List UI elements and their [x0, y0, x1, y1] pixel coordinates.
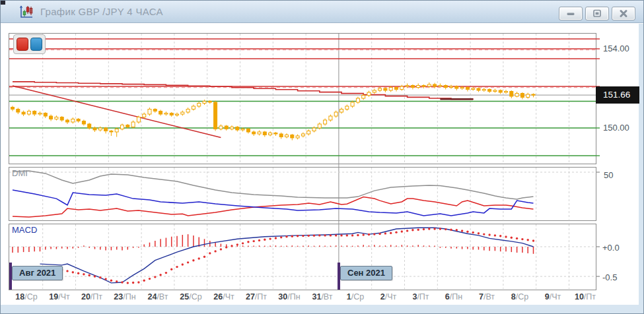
date-label: 30/Пн: [278, 292, 300, 301]
date-label: 20/Пт: [81, 292, 102, 301]
macd-axis-label-zero: +0.0: [602, 243, 620, 253]
date-label: 6/Пн: [445, 292, 462, 301]
date-label: 9/Чт: [545, 292, 561, 301]
maximize-button[interactable]: [585, 7, 609, 20]
close-button[interactable]: [612, 7, 635, 20]
dmi-axis-label-50: 50: [604, 170, 613, 180]
minimize-button[interactable]: [559, 7, 583, 20]
right-margin: [639, 24, 644, 314]
minimize-icon: [566, 10, 575, 18]
month-label-sep: Сен 2021: [340, 266, 392, 280]
restore-icon: [592, 9, 602, 18]
price-axis-label-150: 150.00: [603, 123, 629, 133]
date-label: 7/Вт: [479, 292, 495, 301]
window-title: График GBP /JPY 4 ЧАСА: [40, 6, 163, 17]
chart-client-area: DMI MACD 154.00 150.00 151.66 50 +0.0 -0…: [1, 24, 644, 314]
date-label: 8/Ср: [511, 292, 528, 301]
date-label: 24/Вт: [147, 292, 168, 301]
chart-canvas[interactable]: [1, 24, 644, 314]
macd-pane-label: MACD: [12, 225, 37, 235]
chart-window: График GBP /JPY 4 ЧАСА: [0, 0, 644, 314]
corner-artifact: [1, 1, 5, 5]
close-icon: [619, 9, 628, 18]
date-label: 3/Пт: [412, 292, 429, 301]
order-buttons-widget: [13, 34, 46, 54]
date-label: 10/Пт: [575, 292, 596, 301]
macd-axis-label-neg: -0.5: [602, 272, 617, 282]
month-label-aug: Авг 2021: [12, 266, 63, 280]
date-label: 27/Пт: [246, 292, 267, 301]
date-label: 19/Чт: [49, 292, 69, 301]
date-label: 31/Вт: [312, 292, 332, 301]
sell-button[interactable]: [17, 38, 28, 51]
date-label: 18/Ср: [15, 292, 37, 301]
date-label: 2/Чт: [380, 292, 396, 301]
title-bar[interactable]: График GBP /JPY 4 ЧАСА: [1, 1, 644, 23]
dmi-pane-label: DMI: [12, 168, 28, 178]
chart-root: [9, 34, 600, 290]
buy-button[interactable]: [30, 38, 42, 51]
window-controls: [559, 7, 635, 20]
candlestick-chart-icon: [18, 4, 34, 20]
date-label: 23/Пн: [114, 292, 135, 301]
current-price-box: 151.66: [596, 86, 639, 104]
date-label: 1/Ср: [347, 292, 364, 301]
price-axis-label-154: 154.00: [603, 44, 629, 53]
date-label: 26/Чт: [213, 292, 234, 301]
date-axis: 18/Ср19/Чт20/Пт23/Пн24/Вт25/Ср26/Чт27/Пт…: [1, 292, 639, 304]
bottom-margin: [1, 305, 639, 314]
date-label: 25/Ср: [180, 292, 201, 301]
